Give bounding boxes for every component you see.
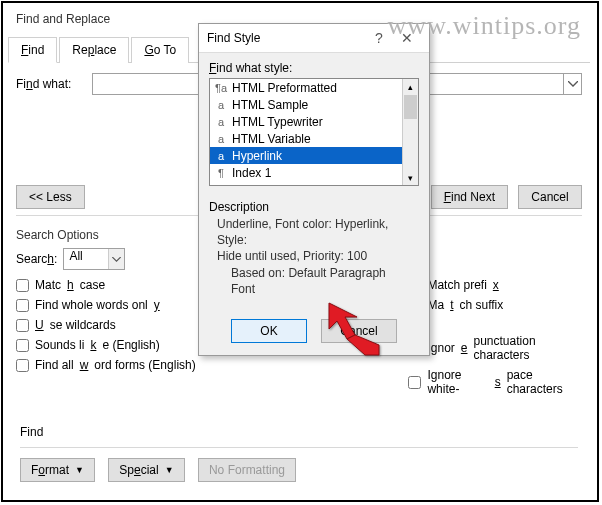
word-forms-checkbox[interactable]: Find all word forms (English) bbox=[16, 358, 278, 372]
find-style-title: Find Style bbox=[207, 31, 365, 45]
help-icon[interactable]: ? bbox=[365, 30, 393, 46]
caret-down-icon: ▼ bbox=[165, 465, 174, 475]
paragraph-icon: ¶ bbox=[214, 167, 228, 179]
find-what-label: Find what: bbox=[16, 77, 86, 91]
caret-down-icon: ▼ bbox=[75, 465, 84, 475]
scroll-down-icon[interactable]: ▾ bbox=[403, 170, 418, 185]
find-style-dialog: Find Style ? ✕ Find what style: ¶aHTML P… bbox=[198, 23, 430, 356]
paragraph-icon: ¶a bbox=[214, 82, 228, 94]
list-item-selected[interactable]: aHyperlink bbox=[210, 147, 418, 164]
find-next-button[interactable]: Find Next bbox=[431, 185, 508, 209]
scroll-up-icon[interactable]: ▴ bbox=[403, 79, 418, 94]
find-style-cancel-button[interactable]: Cancel bbox=[321, 319, 397, 343]
tab-find[interactable]: Find bbox=[8, 37, 57, 63]
ignore-punctuation-checkbox[interactable]: Ignore punctuation characters bbox=[408, 334, 582, 362]
no-formatting-button: No Formatting bbox=[198, 458, 296, 482]
description-label: Description bbox=[209, 200, 419, 214]
ignore-whitespace-checkbox[interactable]: Ignore white-space characters bbox=[408, 368, 582, 396]
match-suffix-checkbox[interactable]: Match suffix bbox=[408, 298, 582, 312]
special-button[interactable]: Special▼ bbox=[108, 458, 184, 482]
format-button[interactable]: Format▼ bbox=[20, 458, 95, 482]
list-item[interactable]: ¶aHTML Preformatted bbox=[210, 79, 418, 96]
chevron-down-icon[interactable] bbox=[108, 249, 124, 269]
list-item[interactable]: ¶Index 1 bbox=[210, 164, 418, 181]
search-direction-combo[interactable]: All bbox=[63, 248, 125, 270]
list-item[interactable]: aHTML Typewriter bbox=[210, 113, 418, 130]
char-icon: a bbox=[214, 99, 228, 111]
cancel-button[interactable]: Cancel bbox=[518, 185, 582, 209]
list-item[interactable]: aHTML Sample bbox=[210, 96, 418, 113]
tab-replace[interactable]: Replace bbox=[59, 37, 129, 63]
description-text: Underline, Font color: Hyperlink, Style:… bbox=[209, 216, 419, 297]
scroll-thumb[interactable] bbox=[404, 95, 417, 119]
style-listbox[interactable]: ¶aHTML Preformatted aHTML Sample aHTML T… bbox=[209, 78, 419, 186]
ok-button[interactable]: OK bbox=[231, 319, 307, 343]
char-icon: a bbox=[214, 116, 228, 128]
char-icon: a bbox=[214, 150, 228, 162]
chevron-down-icon[interactable] bbox=[563, 74, 581, 94]
close-icon[interactable]: ✕ bbox=[393, 30, 421, 46]
list-item[interactable]: aHTML Variable bbox=[210, 130, 418, 147]
tab-goto[interactable]: Go To bbox=[131, 37, 189, 63]
match-prefix-checkbox[interactable]: Match prefix bbox=[408, 278, 582, 292]
scrollbar[interactable]: ▴ ▾ bbox=[402, 79, 418, 185]
find-section-label: Find bbox=[20, 425, 578, 439]
find-what-style-label: Find what style: bbox=[209, 61, 419, 75]
char-icon: a bbox=[214, 133, 228, 145]
less-button[interactable]: << Less bbox=[16, 185, 85, 209]
search-direction-value: All bbox=[64, 249, 82, 263]
search-direction-label: Search: bbox=[16, 252, 57, 266]
